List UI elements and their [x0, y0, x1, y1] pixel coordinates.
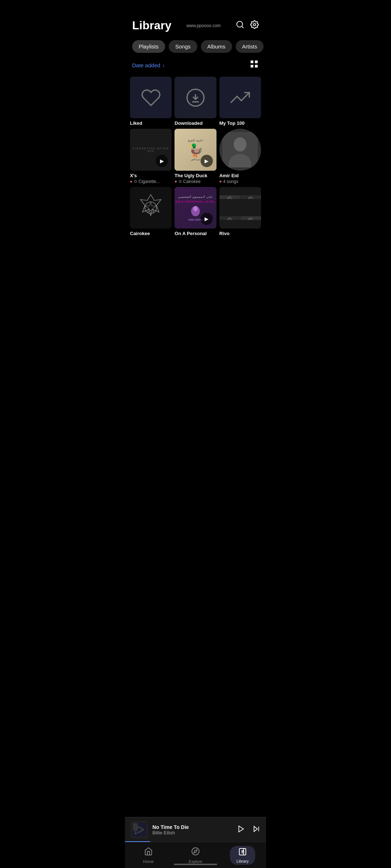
sort-row: Date added ↓	[125, 57, 266, 75]
list-item[interactable]: Cairokee	[130, 187, 172, 236]
svg-rect-5	[251, 65, 253, 68]
playlist-name: Liked	[130, 120, 172, 126]
sort-arrow-icon: ↓	[163, 62, 165, 68]
list-item[interactable]: Liked	[130, 77, 172, 126]
playlist-song-count: 4 songs	[223, 179, 238, 184]
playlist-thumb-top100	[219, 77, 261, 118]
svg-point-2	[253, 24, 256, 26]
playlist-thumb-downloaded	[175, 77, 216, 118]
playlist-name: Cairokee	[130, 231, 172, 236]
page-title: Library	[132, 19, 171, 32]
grid-view-icon[interactable]	[249, 59, 259, 71]
svg-marker-13	[140, 195, 161, 216]
list-item[interactable]: CIGARETTES AFTER SEX ▶ X's ♥ ⊙ Cigarette…	[130, 129, 172, 184]
list-item[interactable]: My Top 100	[219, 77, 261, 126]
svg-point-14	[145, 202, 157, 213]
playlist-name: The Ugly Duck	[175, 173, 216, 178]
playlist-thumb-amir-eid	[219, 129, 261, 170]
playlist-thumb-xs: CIGARETTES AFTER SEX ▶	[130, 129, 172, 170]
playlist-name: My Top 100	[219, 120, 261, 126]
list-item[interactable]: اغنية القبح 🦆 سيد الفن ▶ The Ugly Duck ♥…	[175, 129, 216, 184]
playlist-name: Downloaded	[175, 120, 216, 126]
playlist-thumb-ugly-duck: اغنية القبح 🦆 سيد الفن ▶	[175, 129, 216, 170]
heart-icon: ♥	[175, 179, 177, 184]
header: Library www.ppoooo.com	[125, 0, 266, 37]
playlist-meta: ♥ ⊙ Cigarette...	[130, 179, 172, 184]
tab-artists[interactable]: Artists	[236, 40, 264, 53]
playlist-name: Amir Eid	[219, 173, 261, 178]
svg-line-1	[242, 26, 243, 27]
search-icon[interactable]	[236, 20, 244, 31]
tab-albums[interactable]: Albums	[201, 40, 232, 53]
playlist-grid: Liked Downloaded My Top 100 CIGARETTES A	[125, 75, 266, 238]
heart-icon: ♥	[219, 179, 222, 184]
sort-label-text: Date added	[132, 62, 160, 68]
tab-playlists[interactable]: Playlists	[132, 40, 165, 53]
playlist-thumb-on-a-personal: على المستوى الشخصي ON A PERSONAL LEVEL Z…	[175, 187, 216, 229]
playlist-name: X's	[130, 173, 172, 178]
svg-point-11	[234, 137, 247, 152]
list-item[interactable]: رقو رقو رقو رقو Rivo	[219, 187, 261, 236]
play-overlay-icon: ▶	[156, 155, 168, 167]
playlist-thumb-rivo: رقو رقو رقو رقو	[219, 187, 261, 229]
play-overlay-icon: ▶	[201, 213, 213, 225]
list-item[interactable]: على المستوى الشخصي ON A PERSONAL LEVEL Z…	[175, 187, 216, 236]
svg-rect-6	[255, 65, 258, 68]
heart-icon: ♥	[130, 179, 133, 184]
svg-rect-3	[251, 60, 253, 63]
svg-point-17	[193, 206, 198, 211]
offline-icon: ⊙	[178, 179, 182, 184]
play-overlay-icon: ▶	[201, 155, 213, 167]
playlist-artist: Cairokee	[183, 179, 201, 184]
playlist-meta: ♥ ⊙ Cairokee	[175, 179, 216, 184]
header-url: www.ppoooo.com	[171, 23, 236, 28]
playlist-thumb-cairokee	[130, 187, 172, 229]
settings-icon[interactable]	[250, 20, 259, 31]
playlist-name: Rivo	[219, 231, 261, 236]
playlist-thumb-liked	[130, 77, 172, 118]
playlist-name: On A Personal	[175, 231, 216, 236]
playlist-meta: ♥ 4 songs	[219, 179, 261, 184]
list-item[interactable]: Amir Eid ♥ 4 songs	[219, 129, 261, 184]
sort-button[interactable]: Date added ↓	[132, 62, 165, 68]
header-actions	[236, 20, 259, 31]
list-item[interactable]: Downloaded	[175, 77, 216, 126]
filter-tabs: Playlists Songs Albums Artists	[125, 37, 266, 57]
tab-songs[interactable]: Songs	[169, 40, 197, 53]
playlist-artist: Cigarette...	[139, 179, 160, 184]
offline-icon: ⊙	[134, 179, 137, 184]
svg-rect-4	[255, 60, 258, 63]
